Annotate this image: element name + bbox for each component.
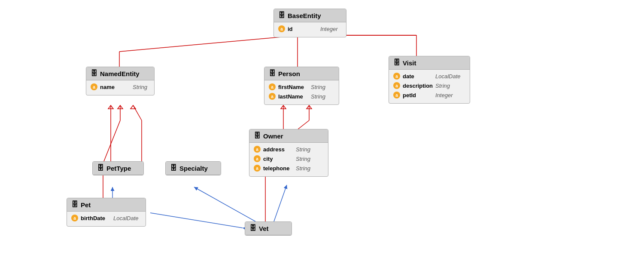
entity-pet-row-birthdate: a birthDate LocalDate [71,213,141,223]
svg-marker-23 [118,105,123,109]
entity-person-body: a firstName String a lastName String [264,80,339,104]
entity-owner-row-address: a address String [254,144,324,154]
db-icon-person: 🗄 [269,70,276,77]
entity-specialty-name: Specialty [179,165,208,172]
svg-marker-13 [131,105,136,109]
svg-marker-10 [108,105,113,109]
entity-pet-name: Pet [81,201,91,209]
entity-pettype-header: 🗄 PetType [93,162,143,175]
db-icon-specialty: 🗄 [170,164,177,172]
svg-marker-15 [281,105,286,109]
attr-icon-city: a [254,155,261,162]
db-icon-baseentity: 🗄 [278,12,285,19]
svg-line-27 [150,213,243,228]
attr-icon-petid: a [393,92,400,98]
attr-icon-date: a [393,73,400,80]
entity-baseentity-header: 🗄 BaseEntity [274,9,346,22]
attr-type-telephone: String [296,165,310,172]
attr-icon-telephone: a [254,165,261,172]
entity-namedentity-header: 🗄 NamedEntity [86,67,154,80]
attr-type-date: LocalDate [435,73,461,80]
entity-visit-row-date: a date LocalDate [393,71,465,81]
entity-vet: 🗄 Vet [245,221,292,236]
attr-name-telephone: telephone [263,165,293,172]
entity-pet: 🗄 Pet a birthDate LocalDate [67,198,146,227]
attr-type-description: String [435,83,450,89]
entity-namedentity: 🗄 NamedEntity a name String [86,67,155,95]
attr-type-address: String [296,146,310,153]
entity-baseentity-body: a id Integer [274,22,346,37]
attr-type-petid: Integer [435,92,453,98]
entity-person-row-lastname: a lastName String [269,92,334,101]
entity-pet-header: 🗄 Pet [67,198,146,212]
entity-owner-row-city: a city String [254,154,324,163]
entity-owner-header: 🗄 Owner [249,129,328,143]
entity-pet-body: a birthDate LocalDate [67,212,146,226]
entity-specialty: 🗄 Specialty [165,161,221,175]
svg-line-12 [133,105,142,120]
entity-baseentity: 🗄 BaseEntity a id Integer [273,9,346,37]
db-icon-namedentity: 🗄 [91,70,97,77]
attr-name-birthdate: birthDate [81,215,111,221]
entity-namedentity-row-name: a name String [91,82,150,92]
attr-name-petid: petId [403,92,433,98]
attr-type-city: String [296,156,310,162]
attr-type-name: String [133,84,147,90]
attr-name-city: city [263,156,293,162]
svg-line-26 [274,185,287,221]
entity-owner-name: Owner [263,132,283,140]
attr-name-lastname: lastName [278,93,308,100]
entity-person: 🗄 Person a firstName String a lastName S… [264,67,339,105]
attr-name-firstname: firstName [278,84,308,90]
db-icon-pettype: 🗄 [97,164,104,172]
attr-icon-lastname: a [269,93,276,100]
attr-name-name: name [100,84,130,90]
entity-visit-row-petid: a petId Integer [393,90,465,100]
attr-name-address: address [263,146,293,153]
attr-name-id: id [288,26,318,32]
entity-namedentity-name: NamedEntity [100,70,140,77]
attr-icon-address: a [254,146,261,153]
attr-icon-name: a [91,83,97,90]
attr-icon-id: a [278,25,285,32]
attr-name-date: date [403,73,433,80]
entity-visit-body: a date LocalDate a description String a … [389,70,470,103]
diagram-container: 🗄 BaseEntity a id Integer 🗄 NamedEntity … [0,0,644,258]
svg-line-1 [119,35,301,52]
attr-icon-description: a [393,82,400,89]
entity-vet-name: Vet [259,225,269,232]
entity-person-header: 🗄 Person [264,67,339,80]
svg-line-25 [194,187,255,221]
entity-visit-row-description: a description String [393,81,465,90]
attr-icon-firstname: a [269,83,276,90]
db-icon-owner: 🗄 [254,132,261,140]
attr-type-firstname: String [311,84,325,90]
svg-line-21 [103,120,120,163]
entity-baseentity-row-id: a id Integer [278,24,342,34]
entity-visit: 🗄 Visit a date LocalDate a description S… [389,56,470,104]
entity-owner: 🗄 Owner a address String a city String a… [249,129,328,177]
entity-visit-name: Visit [403,59,416,67]
entity-pettype-name: PetType [106,165,131,172]
entity-person-name: Person [278,70,300,77]
attr-icon-birthdate: a [71,215,78,221]
entity-owner-body: a address String a city String a telepho… [249,143,328,176]
svg-marker-19 [307,105,312,109]
entity-person-row-firstname: a firstName String [269,82,334,92]
entity-namedentity-body: a name String [86,80,154,95]
attr-type-id: Integer [320,26,337,32]
db-icon-pet: 🗄 [71,201,78,209]
entity-pettype: 🗄 PetType [92,161,144,175]
attr-type-lastname: String [311,93,325,100]
entity-specialty-header: 🗄 Specialty [166,162,221,175]
db-icon-visit: 🗄 [393,59,400,67]
entity-baseentity-name: BaseEntity [288,12,321,19]
attr-name-description: description [403,83,433,89]
db-icon-vet: 🗄 [249,224,256,232]
entity-vet-header: 🗄 Vet [245,222,292,235]
entity-owner-row-telephone: a telephone String [254,163,324,173]
attr-type-birthdate: LocalDate [113,215,139,221]
entity-visit-header: 🗄 Visit [389,56,470,70]
